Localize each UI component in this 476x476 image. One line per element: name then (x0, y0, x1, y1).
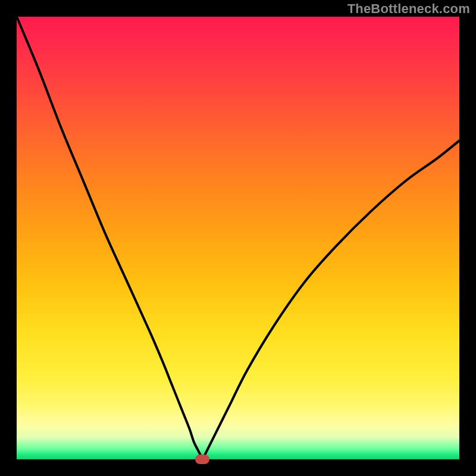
watermark-text: TheBottleneck.com (347, 1, 470, 17)
optimum-marker (195, 455, 209, 464)
bottleneck-curve (17, 17, 459, 459)
plot-area (17, 17, 459, 459)
chart-frame: TheBottleneck.com (0, 0, 476, 476)
curve-svg (17, 17, 459, 459)
